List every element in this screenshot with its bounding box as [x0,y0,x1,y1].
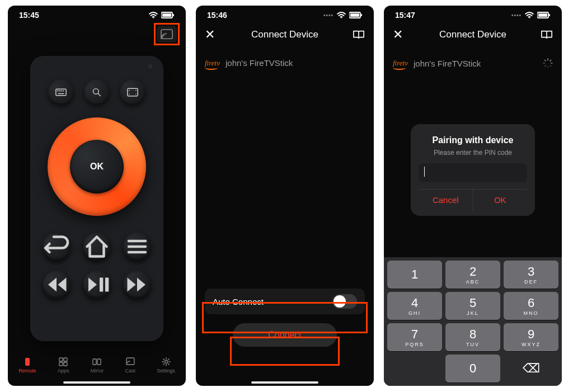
auto-connect-label: Auto Connect [213,297,264,306]
connect-button[interactable]: Connect [233,323,337,347]
svg-rect-27 [64,362,67,366]
svg-rect-29 [97,359,101,365]
svg-rect-25 [64,358,67,361]
play-pause-button[interactable] [83,271,111,299]
dialog-ok-button[interactable]: OK [473,190,528,210]
clock: 15:47 [395,11,415,20]
svg-point-32 [341,17,342,18]
auto-connect-row: Auto Connect [205,289,365,314]
status-indicators: •••• [323,12,363,18]
svg-rect-3 [173,14,174,16]
dialog-heading: Pairing with device [419,135,527,145]
svg-rect-30 [126,358,134,365]
svg-rect-34 [350,13,359,17]
svg-point-0 [153,17,154,18]
back-button[interactable] [43,233,71,261]
key-0[interactable]: 0 [445,355,500,382]
tab-mirror[interactable]: Mirror [91,357,104,374]
tab-remote[interactable]: Remote [18,357,36,374]
svg-rect-28 [93,359,96,365]
auto-connect-toggle[interactable] [332,294,357,309]
home-indicator[interactable] [251,381,318,384]
tab-label: Settings [157,368,175,374]
svg-rect-21 [100,278,103,292]
svg-rect-39 [549,14,550,16]
firetv-logo-icon: firetv [393,59,408,68]
clock: 15:45 [19,11,39,20]
tab-label: Mirror [91,368,104,374]
svg-line-45 [550,65,551,67]
battery-icon [537,12,551,18]
svg-line-47 [544,65,546,67]
svg-rect-5 [56,89,66,96]
close-button[interactable]: ✕ [205,29,217,41]
close-button[interactable]: ✕ [393,29,405,41]
dialog-cancel-button[interactable]: Cancel [419,190,473,210]
remote-led [148,64,152,68]
page-title: Connect Device [405,29,541,40]
device-list-item[interactable]: firetv john's FireTVStick [384,47,562,79]
battery-icon [349,12,363,18]
keyboard-button[interactable] [48,79,74,105]
rewind-button[interactable] [43,271,71,299]
svg-line-44 [544,60,546,61]
clock: 15:46 [207,11,227,20]
tab-settings[interactable]: Settings [157,357,175,374]
tab-label: Cast [125,368,136,374]
search-button[interactable] [84,79,110,105]
device-name: john's FireTVStick [226,58,293,68]
key-5[interactable]: 5JKL [445,292,500,320]
svg-point-17 [135,94,137,95]
pin-input[interactable] [419,163,527,182]
svg-rect-26 [59,362,63,366]
key-3[interactable]: 3DEF [504,261,558,289]
ok-button[interactable]: OK [70,140,124,193]
help-icon[interactable] [541,30,553,40]
number-keypad: 12ABC3DEF4GHI5JKL6MNO7PQRS8TUV9WXYZ0⌫ [384,257,562,386]
key-1[interactable]: 1 [387,261,442,289]
key-2[interactable]: 2ABC [445,261,500,289]
svg-rect-35 [361,14,362,16]
firetv-logo-icon: firetv [205,59,220,68]
svg-rect-38 [538,13,547,17]
device-list-item[interactable]: firetv john's FireTVStick [196,47,374,79]
svg-point-14 [129,90,130,91]
svg-point-36 [529,17,530,18]
wifi-icon [525,12,534,18]
aspect-button[interactable] [120,79,145,105]
key-7[interactable]: 7PQRS [387,323,442,351]
screen-connect: 15:46 •••• ✕ Connect Device firetv john'… [196,6,374,386]
svg-rect-23 [25,358,30,366]
screen-remote: 15:45 OK [8,6,186,386]
svg-line-46 [550,60,551,61]
tab-cast[interactable]: Cast [125,357,136,374]
key-4[interactable]: 4GHI [387,292,442,320]
dpad-ring[interactable]: OK [48,117,146,216]
tab-apps[interactable]: Apps [58,357,69,374]
tab-bar: Remote Apps Mirror Cast Settings [8,351,186,379]
svg-point-11 [93,89,99,95]
loading-spinner-icon [543,58,553,68]
svg-rect-13 [128,88,138,96]
status-bar: 15:47 •••• [384,6,562,22]
remote-body: OK [30,56,163,341]
pairing-dialog: Pairing with device Please enter the PIN… [411,124,535,216]
help-icon[interactable] [353,30,365,40]
status-indicators: •••• [511,12,551,18]
battery-icon [161,12,175,18]
tab-label: Remote [18,368,36,374]
menu-button[interactable] [123,233,151,261]
svg-rect-2 [162,13,171,17]
key-8[interactable]: 8TUV [445,323,500,351]
svg-point-16 [129,94,130,95]
svg-line-12 [98,93,100,96]
forward-button[interactable] [123,271,151,299]
home-indicator[interactable] [63,381,130,384]
svg-point-31 [165,360,167,363]
home-button[interactable] [83,233,111,261]
key-6[interactable]: 6MNO [504,292,558,320]
key-9[interactable]: 9WXYZ [504,323,558,351]
key-delete[interactable]: ⌫ [504,355,558,382]
cast-button[interactable] [157,26,177,42]
svg-rect-24 [59,358,63,361]
